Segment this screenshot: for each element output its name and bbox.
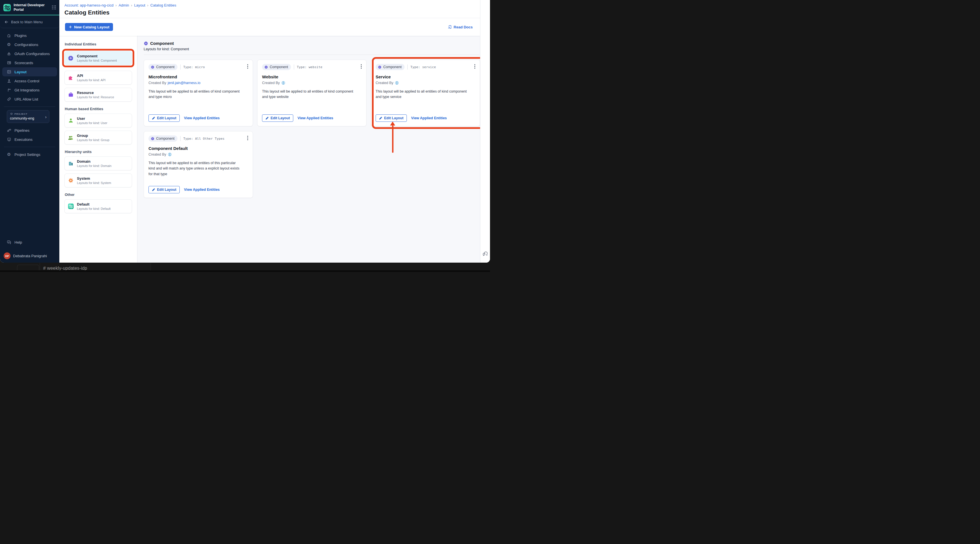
kebab-menu-icon[interactable] bbox=[247, 135, 249, 141]
right-rail bbox=[480, 0, 490, 262]
component-chip-icon bbox=[151, 65, 154, 69]
avatar: DP bbox=[4, 253, 11, 259]
created-by-label: Created By bbox=[148, 153, 166, 156]
breadcrumb-admin-link[interactable]: Admin bbox=[119, 3, 129, 7]
breadcrumb-account-link[interactable]: Account: app-harness-ng-cicd bbox=[64, 3, 113, 7]
entity-item-group[interactable]: Group Layouts for kind: Group bbox=[64, 130, 132, 145]
entity-item-default[interactable]: Default Layouts for kind: Default bbox=[64, 199, 132, 213]
sidebar-item-scorecards[interactable]: Scorecards bbox=[2, 58, 57, 67]
layout-title: Component Default bbox=[148, 146, 248, 151]
edit-layout-label: Edit Layout bbox=[384, 116, 403, 120]
new-catalog-layout-button[interactable]: New Catalog Layout bbox=[65, 23, 113, 31]
sidebar-item-plugins[interactable]: Plugins bbox=[2, 31, 57, 40]
main-area: Account: app-harness-ng-cicd › Admin › L… bbox=[59, 0, 490, 262]
view-applied-entities-link[interactable]: View Applied Entities bbox=[184, 116, 220, 120]
user-menu[interactable]: DP Debabrata Panigrahi bbox=[0, 251, 59, 259]
divider bbox=[407, 64, 408, 70]
divider bbox=[180, 136, 181, 141]
svg-text:?: ? bbox=[8, 241, 9, 242]
user-name: Debabrata Panigrahi bbox=[13, 254, 47, 258]
component-chip-icon bbox=[264, 65, 268, 69]
sidebar-item-label: URL Allow List bbox=[14, 97, 38, 101]
help-chat-icon: ? bbox=[6, 240, 11, 245]
sidebar-item-project-settings[interactable]: ⚙ Project Settings bbox=[2, 150, 57, 159]
kind-badge: Component bbox=[262, 64, 291, 70]
component-chip-icon bbox=[378, 65, 382, 69]
layouts-section: Component Layouts for kind: Component Co… bbox=[137, 36, 480, 262]
kind-badge: Component bbox=[375, 64, 404, 70]
view-applied-entities-link[interactable]: View Applied Entities bbox=[298, 116, 333, 120]
chat-widget-icon[interactable] bbox=[482, 250, 488, 256]
kind-badge: Component bbox=[148, 64, 177, 70]
sidebar-item-label: Access Control bbox=[14, 79, 39, 83]
entity-item-subtitle: Layouts for kind: Component bbox=[77, 59, 117, 62]
edit-layout-button[interactable]: Edit Layout bbox=[375, 115, 407, 122]
api-puzzle-icon bbox=[68, 75, 74, 81]
read-docs-link[interactable]: Read Docs bbox=[447, 25, 473, 29]
sidebar-item-help[interactable]: ? Help bbox=[2, 238, 57, 247]
system-gear-icon bbox=[68, 177, 74, 183]
sidebar-item-configurations[interactable]: ⚙ Configurations bbox=[2, 40, 57, 49]
kebab-menu-icon[interactable] bbox=[360, 63, 363, 70]
person-icon bbox=[6, 79, 11, 83]
entity-item-domain[interactable]: Domain Layouts for kind: Domain bbox=[64, 156, 132, 170]
entity-item-system[interactable]: System Layouts for kind: System bbox=[64, 173, 132, 188]
type-label: Type: micro bbox=[183, 65, 205, 69]
sidebar-item-layout[interactable]: Layout bbox=[2, 67, 57, 76]
sidebar-item-pipelines[interactable]: Pipelines bbox=[2, 126, 57, 135]
sidebar-item-label: Project Settings bbox=[14, 153, 40, 157]
entity-item-title: API bbox=[77, 73, 106, 78]
gear-icon: ⚙ bbox=[6, 152, 11, 157]
chevron-separator: › bbox=[131, 3, 132, 7]
entity-item-api[interactable]: API Layouts for kind: API bbox=[64, 71, 132, 84]
layout-icon bbox=[6, 70, 11, 75]
layout-title: Microfrontend bbox=[148, 75, 248, 79]
chevron-separator: › bbox=[147, 3, 148, 7]
sidebar-item-git-integrations[interactable]: Git Integrations bbox=[2, 86, 57, 95]
sidebar-item-url-allow-list[interactable]: URL Allow List bbox=[2, 95, 57, 103]
entity-item-component[interactable]: Component Layouts for kind: Component bbox=[64, 51, 132, 65]
default-logo-icon bbox=[68, 203, 74, 209]
edit-layout-button[interactable]: Edit Layout bbox=[262, 115, 293, 122]
layout-card-microfrontend: Component Type: micro Microfrontend Crea… bbox=[144, 60, 253, 126]
sidebar-item-oauth-configurations[interactable]: OAuth Configurations bbox=[2, 49, 57, 58]
view-applied-entities-link[interactable]: View Applied Entities bbox=[411, 116, 447, 120]
view-applied-entities-link[interactable]: View Applied Entities bbox=[184, 188, 220, 192]
layout-card-website: Component Type: website Website Created … bbox=[257, 60, 366, 126]
edit-layout-button[interactable]: Edit Layout bbox=[148, 186, 180, 193]
content: Individual Entities Component Layouts fo… bbox=[59, 36, 480, 262]
layout-description: This layout will be applied to all entit… bbox=[148, 161, 242, 177]
sidebar-item-access-control[interactable]: Access Control bbox=[2, 76, 57, 86]
divider bbox=[144, 54, 479, 55]
component-chip-icon bbox=[68, 55, 74, 61]
idp-logo-icon bbox=[3, 4, 11, 12]
entity-item-subtitle: Layouts for kind: Group bbox=[77, 138, 109, 142]
entity-item-subtitle: Layouts for kind: Resource bbox=[77, 95, 114, 99]
kind-badge-label: Component bbox=[156, 65, 175, 69]
kebab-menu-icon[interactable] bbox=[247, 63, 249, 70]
app-grid-icon[interactable] bbox=[52, 5, 57, 10]
kind-badge-label: Component bbox=[270, 65, 288, 69]
component-chip-icon bbox=[144, 41, 148, 46]
user-person-icon bbox=[68, 118, 74, 124]
created-by-link[interactable]: jenil.jain@harness.io bbox=[168, 81, 201, 85]
sidebar-item-executions[interactable]: Executions bbox=[2, 135, 57, 144]
breadcrumb-layout-link[interactable]: Layout bbox=[134, 3, 145, 7]
project-selector[interactable]: PROJECT community-eng › bbox=[7, 110, 49, 123]
lock-icon bbox=[6, 51, 11, 56]
layout-title: Website bbox=[262, 75, 362, 79]
back-to-main-menu[interactable]: Back to Main Menu bbox=[0, 15, 59, 28]
section-label: Human based Entities bbox=[65, 107, 132, 111]
divider bbox=[4, 107, 56, 107]
entity-item-user[interactable]: User Layouts for kind: User bbox=[64, 114, 132, 127]
annotation-box-component: Component Layouts for kind: Component bbox=[62, 49, 134, 67]
sidebar-item-label: Layout bbox=[14, 70, 27, 74]
layout-card-service: Component Type: service Service Created … bbox=[371, 60, 480, 126]
breadcrumb-current-link[interactable]: Catalog Entities bbox=[151, 3, 176, 7]
edit-layout-button[interactable]: Edit Layout bbox=[148, 115, 180, 122]
layout-description: This layout will be applied to all entit… bbox=[148, 89, 242, 100]
entity-item-resource[interactable]: Resource Layouts for kind: Resource bbox=[64, 88, 132, 102]
created-by-label: Created By bbox=[148, 81, 166, 85]
kebab-menu-icon[interactable] bbox=[474, 63, 476, 70]
harness-user-icon bbox=[395, 81, 399, 85]
